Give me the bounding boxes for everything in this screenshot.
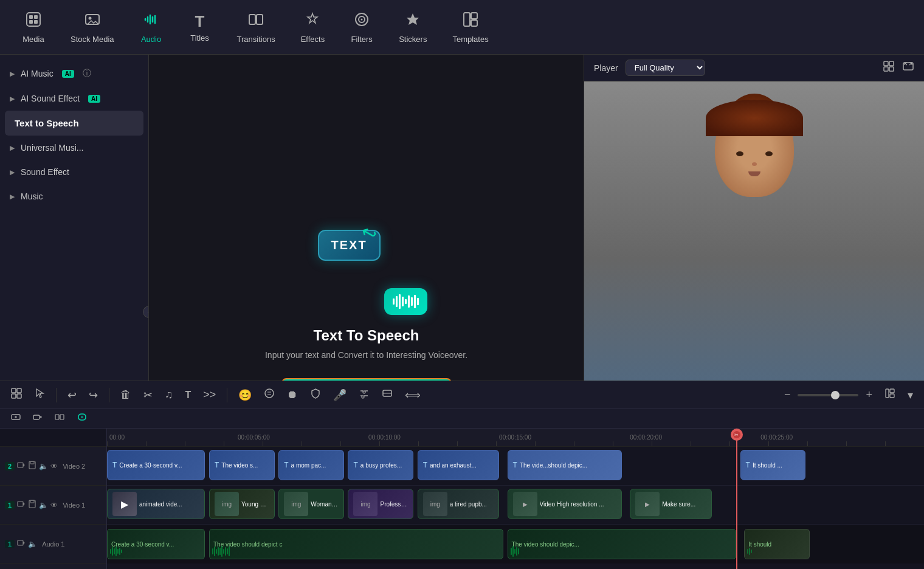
toolbar-stock-media[interactable]: Stock Media <box>61 6 124 49</box>
svg-point-11 <box>361 18 363 20</box>
add-media-icon[interactable] <box>17 461 26 471</box>
ai-badge-music: AI <box>62 70 74 78</box>
audio-edit-btn[interactable]: ♫ <box>161 386 177 404</box>
quality-select[interactable]: Full Quality Half Quality Quarter Qualit… <box>626 60 705 76</box>
toolbar-transitions[interactable]: Transitions <box>227 6 285 49</box>
select-tool[interactable] <box>30 385 49 404</box>
v2-clip-5-label: and an exhaust... <box>430 462 477 469</box>
zoom-out-btn[interactable]: − <box>781 386 795 404</box>
sidebar-item-music[interactable]: ▶ Music <box>0 184 148 209</box>
undo-btn[interactable]: ↩ <box>64 386 80 404</box>
add-track-btn[interactable] <box>7 410 24 427</box>
sidebar-item-tts[interactable]: Text to Speech <box>5 111 143 136</box>
save-track-icon-v1[interactable] <box>28 500 36 510</box>
svg-rect-2 <box>34 15 38 19</box>
fullscreen-icon[interactable] <box>902 60 914 75</box>
v2-clip-2-label: The video s... <box>221 462 258 469</box>
v1-clip-3[interactable]: img Woman pac... <box>278 489 344 519</box>
svg-rect-4 <box>34 20 38 24</box>
toolbar-filters[interactable]: Filters <box>340 6 383 49</box>
a1-clip-4[interactable]: It should <box>744 529 810 559</box>
sidebar-item-sound-effect[interactable]: ▶ Sound Effect <box>0 160 148 184</box>
grid-view-icon[interactable] <box>883 60 895 75</box>
tts-subtitle: Input your text and Convert it to Intere… <box>265 350 467 360</box>
v2-clip-1[interactable]: T Create a 30-second v... <box>107 450 205 480</box>
toolbar-templates-label: Templates <box>452 35 488 44</box>
v1-clip-2[interactable]: img Young coup... <box>209 489 275 519</box>
split-btn[interactable] <box>51 410 68 427</box>
layout-btn[interactable] <box>7 385 26 404</box>
zoom-slider[interactable] <box>798 394 858 396</box>
player-icons <box>883 60 914 75</box>
timeline-content: 2 🔈 👁 Video 2 1 <box>0 429 924 569</box>
svg-rect-37 <box>18 502 23 506</box>
toolbar-stickers[interactable]: Stickers <box>389 6 436 49</box>
a1-clip-1[interactable]: Create a 30-second v... <box>107 529 205 559</box>
expand-btn[interactable]: ▾ <box>904 386 917 404</box>
a1-clip-2[interactable]: The video should depict c <box>209 529 503 559</box>
timeline-section: ↩ ↪ 🗑 ✂ ♫ T >> 😊 ⏺ 🎤 <box>0 381 924 569</box>
redo-btn[interactable]: ↪ <box>85 386 102 404</box>
video1-name: Video 1 <box>63 502 85 509</box>
text-btn[interactable]: T <box>182 387 195 403</box>
info-icon: ⓘ <box>83 68 91 79</box>
add-media-icon-a1[interactable] <box>17 539 26 549</box>
audio-mix-btn[interactable] <box>355 385 373 404</box>
v2-clip-6[interactable]: T The vide...should depic... <box>508 450 622 480</box>
tts-title: Text To Speech <box>314 327 419 344</box>
record-btn[interactable]: ⏺ <box>283 386 302 404</box>
video1-track: ▶ animated vide... img Young coup... img… <box>107 486 924 525</box>
volume-track-icon-a1[interactable]: 🔈 <box>28 540 37 548</box>
toolbar-templates[interactable]: Templates <box>443 6 498 49</box>
volume-track-icon-v1[interactable]: 🔈 <box>39 501 48 509</box>
sidebar-item-ai-sound[interactable]: ▶ AI Sound Effect AI <box>0 86 148 111</box>
v1-clip-4[interactable]: img Professional... <box>348 489 413 519</box>
mic-btn[interactable]: 🎤 <box>329 386 350 404</box>
video2-name: Video 2 <box>63 463 85 470</box>
zoom-handle[interactable] <box>831 391 840 399</box>
v2-clip-7[interactable]: T It should ... <box>740 450 806 480</box>
cut-btn[interactable]: ✂ <box>140 386 156 404</box>
link-btn[interactable] <box>73 410 91 427</box>
loop-btn[interactable]: ⟺ <box>401 386 424 404</box>
svg-rect-0 <box>27 13 40 26</box>
svg-rect-34 <box>18 463 23 467</box>
top-toolbar: Media Stock Media Audio T Titles <box>0 0 924 55</box>
delete-btn[interactable]: 🗑 <box>117 386 135 404</box>
sidebar-collapse-btn[interactable]: ‹ <box>143 306 149 318</box>
eye-track-icon-v1[interactable]: 👁 <box>50 501 58 509</box>
sticker-btn[interactable] <box>260 385 278 404</box>
sidebar-item-ai-music[interactable]: ▶ AI Music AI ⓘ <box>0 61 148 86</box>
toolbar-audio[interactable]: Audio <box>130 6 173 49</box>
a1-clip-3[interactable]: The video should depic... <box>508 529 736 559</box>
snap-btn[interactable] <box>378 385 396 404</box>
toolbar-effects[interactable]: Effects <box>291 6 335 49</box>
svg-rect-14 <box>471 20 477 26</box>
grid-view-btn[interactable] <box>881 385 899 404</box>
add-media-icon-v1[interactable] <box>17 500 26 510</box>
v2-clip-5[interactable]: T and an exhaust... <box>418 450 499 480</box>
emoji-btn[interactable]: 😊 <box>235 386 255 404</box>
v1-clip-1[interactable]: ▶ animated vide... <box>107 489 205 519</box>
sidebar-item-universal[interactable]: ▶ Universal Musi... <box>0 136 148 160</box>
zoom-in-btn[interactable]: + <box>862 386 876 404</box>
video2-track: T Create a 30-second v... T The video s.… <box>107 447 924 486</box>
v1-clip-7[interactable]: ▶ Make sure... <box>630 489 711 519</box>
v2-clip-7-label: It should ... <box>753 462 782 469</box>
v2-clip-2[interactable]: T The video s... <box>209 450 275 480</box>
svg-rect-17 <box>884 67 888 71</box>
titles-icon: T <box>195 12 205 31</box>
v2-clip-4[interactable]: T a busy profes... <box>348 450 413 480</box>
toolbar-titles[interactable]: T Titles <box>179 7 221 47</box>
toolbar-media[interactable]: Media <box>12 6 55 49</box>
save-track-icon[interactable] <box>28 461 36 471</box>
v1-clip-5[interactable]: img a tired pupb... <box>418 489 499 519</box>
shield-btn[interactable] <box>306 385 325 404</box>
v1-clip-6[interactable]: ▶ Video High resolution ... <box>508 489 622 519</box>
audio1-label: 1 🔈 Audio 1 <box>0 525 106 564</box>
add-audio-btn[interactable] <box>29 410 46 427</box>
eye-track-icon[interactable]: 👁 <box>50 462 58 471</box>
v2-clip-3[interactable]: T a mom pac... <box>278 450 344 480</box>
more-btn[interactable]: >> <box>199 386 219 404</box>
volume-track-icon[interactable]: 🔈 <box>39 462 48 471</box>
